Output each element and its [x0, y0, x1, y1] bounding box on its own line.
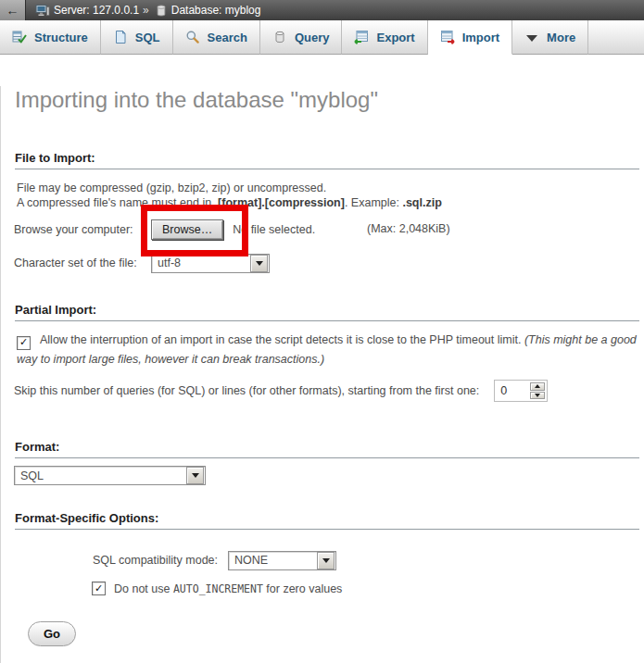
browse-row: Browse your computer: Browse… No file se…	[14, 218, 639, 242]
go-button[interactable]: Go	[28, 621, 76, 646]
breadcrumb-server-link[interactable]: Server: 127.0.0.1	[54, 4, 139, 17]
tab-bar-filler	[588, 20, 644, 55]
dropdown-arrow-icon	[317, 552, 335, 569]
auto-increment-row: ✓ Do not use AUTO_INCREMENT for zero val…	[92, 582, 639, 595]
allow-interrupt-row: ✓Allow the interruption of an import in …	[17, 331, 638, 369]
sql-compatibility-select[interactable]: NONE	[228, 551, 336, 570]
allow-interrupt-checkbox[interactable]: ✓	[17, 336, 31, 350]
back-button[interactable]: ←	[0, 0, 26, 20]
auto-increment-text: Do not use AUTO_INCREMENT for zero value…	[114, 582, 342, 595]
tab-label: Search	[208, 31, 247, 44]
compression-note-line2: A compressed file's name must end in	[17, 196, 215, 209]
browse-button[interactable]: Browse…	[151, 219, 223, 240]
section-heading-format: Format:	[15, 440, 639, 458]
tab-structure[interactable]: Structure	[0, 20, 101, 55]
triangle-up-icon	[535, 384, 540, 388]
back-arrow-icon: ←	[6, 3, 19, 18]
example-extension: .sql.zip	[402, 196, 441, 209]
skip-queries-row: Skip this number of queries (for SQL) or…	[14, 379, 639, 403]
spinner-up-button[interactable]	[530, 382, 545, 391]
tab-label: SQL	[135, 31, 160, 44]
database-icon	[155, 4, 168, 18]
tab-label: Query	[295, 31, 330, 44]
compression-note: File may be compressed (gzip, bzip2, zip…	[17, 181, 639, 210]
import-icon	[440, 30, 455, 44]
sql-icon	[113, 30, 128, 44]
sql-compatibility-row: SQL compatibility mode: NONE	[93, 550, 639, 570]
browse-label: Browse your computer:	[14, 223, 151, 236]
server-icon	[35, 3, 50, 18]
tab-bar: Structure SQL Search Query Export	[0, 20, 644, 55]
tab-query[interactable]: Query	[260, 20, 343, 55]
checkmark-icon: ✓	[19, 337, 28, 347]
auto-increment-checkbox[interactable]: ✓	[92, 582, 106, 595]
auto-increment-text-pre: Do not use	[114, 582, 173, 595]
main-content: Importing into the database "myblog" Fil…	[0, 86, 644, 663]
section-heading-partial-import: Partial Import:	[15, 303, 639, 321]
skip-queries-input[interactable]: 0	[494, 380, 548, 402]
breadcrumb-separator: »	[143, 4, 149, 17]
auto-increment-keyword: AUTO_INCREMENT	[173, 582, 263, 595]
charset-row: Character set of the file: utf-8	[14, 253, 639, 273]
dropdown-arrow-icon	[250, 255, 268, 272]
tab-search[interactable]: Search	[173, 20, 260, 55]
triangle-down-icon	[535, 394, 540, 397]
tab-label: Import	[462, 31, 499, 44]
breadcrumb: ← Server: 127.0.0.1 » Database: myblog	[0, 0, 644, 20]
dropdown-arrow-icon	[186, 467, 204, 484]
checkmark-icon: ✓	[95, 583, 103, 594]
tab-export[interactable]: Export	[342, 20, 427, 55]
sql-compatibility-label: SQL compatibility mode:	[93, 554, 228, 567]
format-selected-value: SQL	[20, 469, 44, 482]
tab-sql[interactable]: SQL	[101, 20, 173, 55]
charset-select[interactable]: utf-8	[151, 254, 270, 273]
tab-label: Structure	[34, 31, 88, 44]
spinner-down-button[interactable]	[530, 392, 545, 400]
max-upload-size-text: (Max: 2,048KiB)	[367, 222, 450, 235]
phpmyadmin-import-page: ← Server: 127.0.0.1 » Database: myblog S…	[0, 0, 644, 663]
charset-selected-value: utf-8	[158, 256, 181, 269]
format-row: SQL	[14, 466, 639, 485]
charset-label: Character set of the file:	[14, 256, 151, 269]
query-icon	[272, 30, 287, 44]
allow-interrupt-text: Allow the interruption of an import in c…	[40, 333, 524, 346]
compression-note-example: . Example:	[345, 196, 403, 209]
search-icon	[185, 30, 200, 44]
export-icon	[354, 30, 369, 44]
format-compression-pattern: .[format].[compression]	[215, 196, 345, 209]
chevron-down-icon	[524, 30, 539, 44]
structure-icon	[12, 30, 27, 44]
no-file-selected-text: No file selected.	[233, 223, 315, 236]
tab-more[interactable]: More	[512, 20, 588, 55]
page-title: Importing into the database "myblog"	[15, 86, 639, 114]
tab-import[interactable]: Import	[428, 20, 512, 55]
tab-label: Export	[376, 31, 414, 44]
auto-increment-text-post: for zero values	[263, 582, 342, 595]
compression-note-line1: File may be compressed (gzip, bzip2, zip…	[17, 181, 326, 194]
tab-label: More	[547, 31, 575, 44]
section-heading-file-to-import: File to Import:	[15, 151, 639, 169]
skip-queries-label: Skip this number of queries (for SQL) or…	[14, 384, 479, 397]
sql-compatibility-value: NONE	[234, 554, 268, 567]
section-heading-format-specific-options: Format-Specific Options:	[15, 511, 639, 530]
skip-queries-value: 0	[497, 382, 530, 399]
format-select[interactable]: SQL	[14, 466, 206, 485]
breadcrumb-database-link[interactable]: Database: myblog	[171, 4, 261, 17]
